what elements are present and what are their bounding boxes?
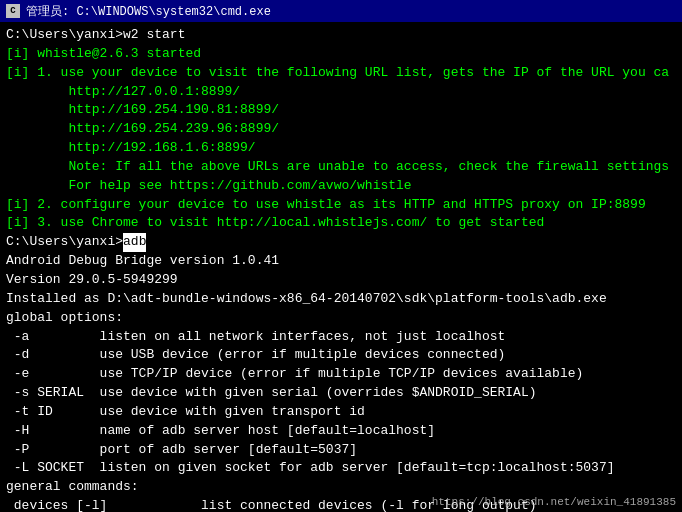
- terminal-line: -e use TCP/IP device (error if multiple …: [6, 365, 676, 384]
- terminal-line: -s SERIAL use device with given serial (…: [6, 384, 676, 403]
- title-bar: C 管理员: C:\WINDOWS\system32\cmd.exe: [0, 0, 682, 22]
- terminal-line: http://192.168.1.6:8899/: [6, 139, 676, 158]
- terminal-line: Note: If all the above URLs are unable t…: [6, 158, 676, 177]
- terminal-line: http://169.254.190.81:8899/: [6, 101, 676, 120]
- terminal-line: For help see https://github.com/avwo/whi…: [6, 177, 676, 196]
- terminal-line: http://169.254.239.96:8899/: [6, 120, 676, 139]
- watermark: https://blog.csdn.net/weixin_41891385: [432, 496, 676, 508]
- highlighted-command: adb: [123, 233, 146, 252]
- title-bar-icon: C: [6, 4, 20, 18]
- terminal-line: general commands:: [6, 478, 676, 497]
- terminal-line: C:\Users\yanxi>w2 start: [6, 26, 676, 45]
- title-bar-title: 管理员: C:\WINDOWS\system32\cmd.exe: [26, 3, 271, 20]
- terminal-line: -d use USB device (error if multiple dev…: [6, 346, 676, 365]
- terminal-line: -H name of adb server host [default=loca…: [6, 422, 676, 441]
- terminal-line: -P port of adb server [default=5037]: [6, 441, 676, 460]
- terminal-line: [i] 3. use Chrome to visit http://local.…: [6, 214, 676, 233]
- terminal-line: global options:: [6, 309, 676, 328]
- terminal-line: [i] whistle@2.6.3 started: [6, 45, 676, 64]
- terminal-line: -a listen on all network interfaces, not…: [6, 328, 676, 347]
- terminal-line: -L SOCKET listen on given socket for adb…: [6, 459, 676, 478]
- terminal-line: Installed as D:\adt-bundle-windows-x86_6…: [6, 290, 676, 309]
- terminal-line: -t ID use device with given transport id: [6, 403, 676, 422]
- terminal[interactable]: C:\Users\yanxi>w2 start[i] whistle@2.6.3…: [0, 22, 682, 512]
- terminal-line: [i] 2. configure your device to use whis…: [6, 196, 676, 215]
- terminal-line: [i] 1. use your device to visit the foll…: [6, 64, 676, 83]
- terminal-line: Android Debug Bridge version 1.0.41: [6, 252, 676, 271]
- terminal-line: http://127.0.0.1:8899/: [6, 83, 676, 102]
- terminal-line: C:\Users\yanxi>adb: [6, 233, 676, 252]
- terminal-line: Version 29.0.5-5949299: [6, 271, 676, 290]
